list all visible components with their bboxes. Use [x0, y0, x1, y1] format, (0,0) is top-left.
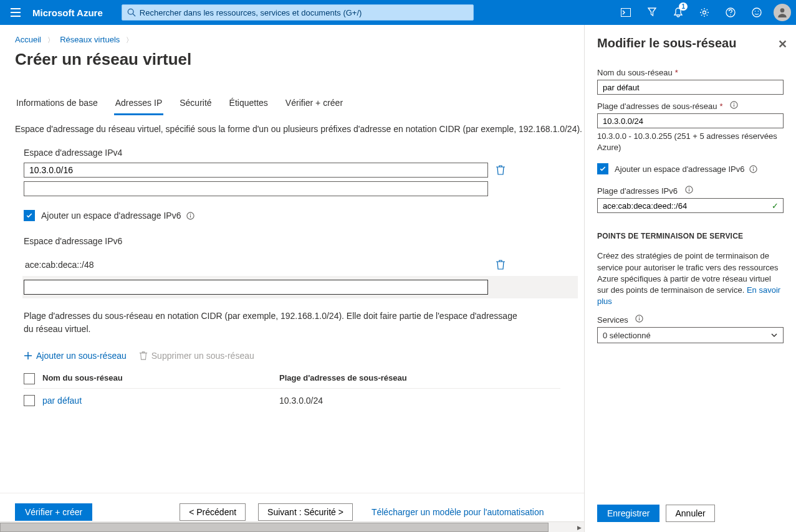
blade-ipv6-input[interactable] — [597, 198, 784, 213]
gear-icon — [699, 7, 709, 17]
ipv6-label: Espace d'adressage IPv6 — [24, 236, 569, 246]
search-placeholder: Rechercher dans les ressources, services… — [140, 8, 362, 17]
brand-label: Microsoft Azure — [32, 7, 103, 18]
help-icon — [726, 7, 736, 17]
feedback-button[interactable] — [744, 0, 770, 25]
svg-rect-5 — [621, 9, 631, 17]
check-icon — [26, 212, 33, 219]
person-icon — [777, 7, 788, 18]
info-icon[interactable] — [635, 315, 643, 323]
tab-basic[interactable]: Informations de base — [15, 98, 99, 115]
add-subnet-label: Ajouter un sous-réseau — [36, 351, 127, 361]
address-space-description: Espace d'adressage du réseau virtuel, sp… — [15, 124, 569, 134]
services-selected-value: 0 sélectionné — [603, 331, 651, 340]
review-create-button[interactable]: Vérifier + créer — [15, 503, 92, 521]
trash-icon — [496, 260, 506, 270]
help-button[interactable] — [717, 0, 744, 25]
delete-ipv4-0[interactable] — [496, 165, 506, 175]
svg-point-21 — [753, 167, 754, 168]
cancel-button[interactable]: Annuler — [666, 505, 714, 522]
notification-badge: 1 — [679, 2, 688, 11]
subnet-range-hint: 10.3.0.0 - 10.3.0.255 (251 + 5 adresses … — [597, 131, 784, 153]
ipv6-input-1[interactable] — [24, 280, 488, 295]
wizard-footer: Vérifier + créer < Précédent Suivant : S… — [0, 493, 584, 521]
select-all-checkbox[interactable] — [24, 373, 35, 384]
chevron-right-icon: 〉 — [44, 36, 58, 44]
close-blade-button[interactable]: ✕ — [778, 37, 787, 51]
service-endpoints-header: POINTS DE TERMINAISON DE SERVICE — [597, 232, 784, 240]
chevron-down-icon — [770, 331, 778, 339]
save-button[interactable]: Enregistrer — [597, 505, 659, 522]
info-icon[interactable] — [730, 101, 738, 109]
blade-add-ipv6-row: Ajouter un espace d'adressage IPv6 — [597, 163, 784, 174]
blade-title-text: Modifier le sous-réseau — [597, 36, 736, 50]
scroll-thumb[interactable] — [0, 523, 549, 532]
cloud-shell-icon — [621, 8, 631, 17]
ipv4-label: Espace d'adressage IPv4 — [24, 148, 569, 158]
subnet-range-input[interactable] — [597, 113, 784, 128]
breadcrumb: Accueil 〉 Réseaux virtuels 〉 — [0, 25, 584, 50]
plus-icon — [24, 351, 32, 360]
info-icon[interactable] — [186, 212, 194, 220]
info-icon[interactable] — [685, 186, 693, 194]
smiley-icon — [752, 7, 762, 17]
svg-point-15 — [189, 213, 190, 214]
subnet-description: Plage d'adresses du sous-réseau en notat… — [24, 310, 522, 336]
blade-body: Nom du sous-réseau* Plage d'adresses de … — [585, 55, 796, 356]
ipv6-value-0: ace:cab:deca::/48 — [24, 257, 488, 272]
subnet-name-link[interactable]: par défaut — [42, 396, 82, 406]
subnet-actions: Ajouter un sous-réseau Supprimer un sous… — [24, 351, 560, 361]
svg-point-3 — [128, 9, 133, 14]
directory-filter-button[interactable] — [639, 0, 665, 25]
remove-subnet-label: Supprimer un sous-réseau — [151, 351, 254, 361]
check-icon — [599, 165, 607, 173]
blade-footer: Enregistrer Annuler — [597, 505, 784, 522]
breadcrumb-home[interactable]: Accueil — [15, 35, 41, 44]
ipv4-input-1[interactable] — [24, 181, 488, 196]
services-label: Services — [597, 315, 784, 325]
top-bar: Microsoft Azure Rechercher dans les ress… — [0, 0, 796, 25]
svg-point-9 — [752, 8, 761, 17]
global-search[interactable]: Rechercher dans les ressources, services… — [122, 4, 474, 21]
svg-rect-1 — [11, 12, 21, 13]
cloud-shell-button[interactable] — [613, 0, 639, 25]
notifications-button[interactable]: 1 — [665, 0, 691, 25]
subnet-name-input[interactable] — [597, 80, 784, 95]
tab-tags[interactable]: Étiquettes — [228, 98, 269, 115]
table-row: par défaut 10.3.0.0/24 — [24, 389, 560, 412]
horizontal-scrollbar[interactable]: ◀ ▶ — [0, 521, 584, 532]
menu-toggle[interactable] — [5, 0, 26, 25]
chevron-right-icon: 〉 — [122, 36, 137, 44]
add-ipv6-checkbox[interactable] — [24, 210, 35, 221]
tab-security[interactable]: Sécurité — [178, 98, 213, 115]
services-dropdown[interactable]: 0 sélectionné — [597, 327, 784, 343]
breadcrumb-vnets[interactable]: Réseaux virtuels — [60, 35, 120, 44]
blade-add-ipv6-checkbox[interactable] — [597, 163, 608, 174]
scroll-right-icon[interactable]: ▶ — [574, 523, 584, 532]
tab-ip[interactable]: Adresses IP — [114, 98, 163, 115]
search-icon — [127, 8, 136, 17]
settings-button[interactable] — [691, 0, 717, 25]
svg-point-11 — [758, 11, 759, 12]
row-checkbox[interactable] — [24, 395, 35, 406]
previous-button[interactable]: < Précédent — [180, 503, 246, 521]
download-template-link[interactable]: Télécharger un modèle pour l'automatisat… — [372, 507, 544, 517]
tab-review[interactable]: Vérifier + créer — [284, 98, 344, 115]
tab-content: Espace d'adressage du réseau virtuel, sp… — [0, 115, 584, 426]
subnet-range-label: Plage d'adresses de sous-réseau* — [597, 101, 784, 111]
svg-point-18 — [734, 103, 734, 103]
blade-add-ipv6-label: Ajouter un espace d'adressage IPv6 — [615, 164, 744, 174]
subnet-name-label: Nom du sous-réseau* — [597, 68, 784, 77]
trash-icon — [496, 165, 506, 175]
svg-point-10 — [755, 11, 756, 12]
ipv4-input-0[interactable] — [24, 163, 488, 178]
account-avatar[interactable] — [774, 4, 791, 21]
top-right-group: 1 — [613, 0, 791, 25]
filter-icon — [648, 7, 656, 17]
valid-check-icon: ✓ — [772, 201, 779, 211]
add-subnet-button[interactable]: Ajouter un sous-réseau — [24, 351, 127, 361]
delete-ipv6-0[interactable] — [496, 260, 506, 270]
trash-icon — [139, 351, 148, 360]
info-icon[interactable] — [749, 165, 757, 173]
next-button[interactable]: Suivant : Sécurité > — [258, 503, 353, 521]
